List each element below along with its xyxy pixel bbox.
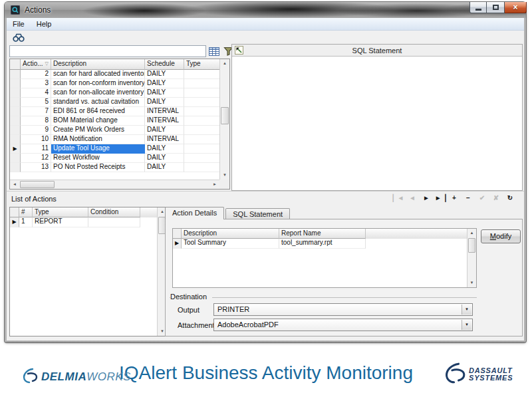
cell-schedule[interactable]: DAILY [145,79,184,88]
cell-schedule[interactable]: DAILY [145,98,184,107]
post-edit-icon[interactable]: ✔ [475,192,489,203]
grid-view-icon[interactable] [208,46,220,57]
scrollbar-thumb[interactable] [468,238,475,253]
scroll-down-icon[interactable] [220,171,229,180]
cell-type[interactable] [184,116,220,126]
table-row[interactable]: 4 scan for non-allocate inventory DAILY [10,88,229,98]
cell-type[interactable] [184,70,220,79]
vertical-scrollbar[interactable] [219,59,229,180]
prior-record-icon[interactable]: ◄ [405,192,419,203]
search-input[interactable] [9,45,206,57]
menu-file[interactable]: File [7,19,31,29]
cell-type[interactable] [184,126,220,135]
titlebar[interactable]: Actions × [5,2,526,18]
scroll-up-icon[interactable] [220,59,229,68]
close-button[interactable]: × [505,2,527,13]
sql-editor-icon[interactable] [235,46,243,58]
maximize-button[interactable] [487,2,505,13]
cell-schedule[interactable]: DAILY [145,70,184,79]
column-header-schedule[interactable]: Schedule [145,59,184,70]
cell-action-id[interactable]: 5 [21,98,51,107]
cell-report-name[interactable]: tool_summary.rpt [279,239,366,249]
table-row[interactable]: 8 BOM Material change INTERVAL [10,116,229,126]
table-row[interactable]: 9 Create PM Work Orders DAILY [10,126,229,135]
cell-type[interactable]: REPORT [33,217,88,227]
chevron-down-icon[interactable] [462,305,471,315]
scrollbar-thumb[interactable] [20,181,55,188]
cell-description[interactable]: scan for non-conform inventory [51,79,145,88]
cell-schedule[interactable]: DAILY [145,144,184,154]
cell-type[interactable] [184,144,220,154]
vertical-scrollbar[interactable] [467,229,476,287]
menu-help[interactable]: Help [31,19,58,29]
cell-schedule[interactable]: INTERVAL [145,116,184,126]
attachment-select[interactable]: AdobeAcrobatPDF [213,319,473,331]
cell-description[interactable]: RMA Notification [51,135,145,144]
cell-action-id[interactable]: 2 [21,70,51,79]
cell-description[interactable]: scan for non-allocate inventory [51,88,145,98]
table-row[interactable]: ▶ 11 Update Tool Usage DAILY [10,144,229,154]
tab-action-details[interactable]: Action Details [165,207,224,219]
cell-action-id[interactable]: 9 [21,126,51,135]
cell-action-id[interactable]: 7 [21,107,51,116]
cell-description[interactable]: scan for hard allocated inventory [51,70,145,79]
cell-action-id[interactable]: 3 [21,79,51,88]
cell-description[interactable]: Update Tool Usage [51,144,145,154]
cell-action-id[interactable]: 12 [21,154,51,163]
first-record-icon[interactable]: ▏◄ [391,192,405,203]
refresh-icon[interactable]: ↻ [503,192,517,203]
output-select[interactable]: PRINTER [213,303,473,316]
cell-description[interactable]: PO Not Posted Receipts [51,163,145,172]
column-header-description[interactable]: Description [51,59,145,70]
table-row[interactable]: 12 Reset Workflow DAILY [10,154,229,163]
cell-schedule[interactable]: DAILY [145,88,184,98]
modify-button[interactable]: Modify [481,229,521,243]
delete-record-icon[interactable]: − [461,192,475,203]
cell-action-id[interactable]: 10 [21,135,51,144]
cell-number[interactable]: 1 [19,217,33,227]
table-row[interactable]: 5 standard vs. actual cavitation DAILY [10,98,229,107]
cell-condition[interactable] [88,217,140,227]
horizontal-scrollbar[interactable] [10,180,219,189]
table-row[interactable]: 3 scan for non-conform inventory DAILY [10,79,229,88]
column-header-type[interactable]: Type [184,59,220,70]
cell-description[interactable]: BOM Material change [51,116,145,126]
scroll-down-icon[interactable] [467,279,476,287]
chevron-down-icon[interactable] [462,320,471,330]
cell-type[interactable] [184,98,220,107]
cell-type[interactable] [184,163,220,172]
cell-type[interactable] [184,107,220,116]
column-header-action-id[interactable]: Actio...▽ [21,59,51,70]
cell-schedule[interactable]: DAILY [145,126,184,135]
table-row[interactable]: 13 PO Not Posted Receipts DAILY [10,163,229,172]
last-record-icon[interactable]: ►▕ [433,192,447,203]
cell-schedule[interactable]: DAILY [145,154,184,163]
cell-type[interactable] [184,79,220,88]
scroll-up-icon[interactable] [467,229,476,237]
cell-description[interactable]: Tool Summary [182,239,279,249]
insert-record-icon[interactable]: + [447,192,461,203]
table-row[interactable]: 10 RMA Notification INTERVAL [10,135,229,144]
cell-action-id[interactable]: 4 [21,88,51,98]
cancel-edit-icon[interactable]: ✘ [489,192,503,203]
minimize-button[interactable] [469,2,487,13]
cell-description[interactable]: Reset Workflow [51,154,145,163]
cell-action-id[interactable]: 8 [21,116,51,126]
scroll-right-icon[interactable] [210,180,219,189]
cell-description[interactable]: standard vs. actual cavitation [51,98,145,107]
table-row[interactable]: 7 EDI 861 or 864 received INTERVAL [10,107,229,116]
cell-type[interactable] [184,154,220,163]
scrollbar-thumb[interactable] [221,107,229,124]
tab-sql-statement[interactable]: SQL Statement [225,208,290,219]
list-item[interactable]: ▶ 1 REPORT [10,217,167,227]
cell-description[interactable]: EDI 861 or 864 received [51,107,145,116]
cell-description[interactable]: Create PM Work Orders [51,126,145,135]
sql-statement-editor[interactable] [232,57,522,190]
cell-schedule[interactable]: INTERVAL [145,135,184,144]
cell-action-id[interactable]: 11 [21,144,51,154]
find-icon[interactable] [12,32,25,43]
table-row[interactable]: 2 scan for hard allocated inventory DAIL… [10,70,229,79]
cell-schedule[interactable]: DAILY [145,163,184,172]
cell-type[interactable] [184,88,220,98]
cell-action-id[interactable]: 13 [21,163,51,172]
